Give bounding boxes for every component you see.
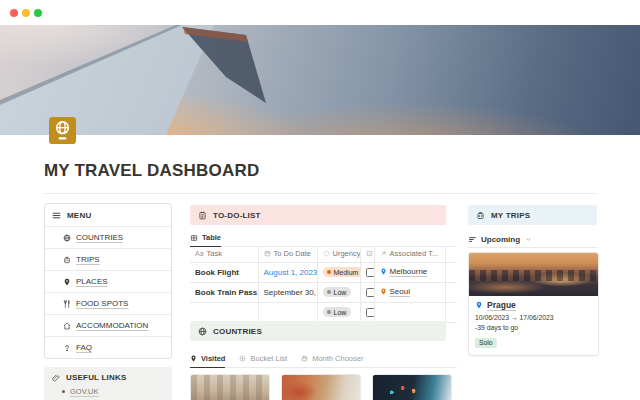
close-window-button[interactable] <box>10 9 18 17</box>
my-trips-panel: MY TRIPS Upcoming Prague 10/06/2023 → 17… <box>468 205 597 400</box>
question-icon <box>63 344 71 352</box>
status-icon <box>323 250 330 257</box>
associated-cell[interactable]: Seoul <box>374 282 445 302</box>
checkbox-unchecked[interactable] <box>366 308 375 317</box>
menu-title: MENU <box>67 211 91 220</box>
my-trips-section-header[interactable]: MY TRIPS <box>468 205 597 225</box>
bullet-dot <box>62 390 65 393</box>
notepad-icon <box>198 211 207 220</box>
sidebar-item-label: ACCOMMODATION <box>76 321 148 330</box>
date-cell[interactable]: August 1, 2023 <box>258 262 317 282</box>
sidebar-item-trips[interactable]: TRIPS <box>45 249 171 271</box>
tab-month-chooser[interactable]: Month Chooser <box>301 354 363 367</box>
countries-title: COUNTRIES <box>213 327 262 336</box>
globe-icon <box>63 234 71 242</box>
trip-tag-solo: Solo <box>475 338 497 348</box>
table-row: Book Flight August 1, 2023 Medium Melbou… <box>190 262 457 282</box>
relation-icon <box>380 250 387 257</box>
badge-dot <box>327 290 331 294</box>
sidebar-item-label: TRIPS <box>76 255 100 264</box>
sidebar-item-label: FOOD SPOTS <box>76 299 128 308</box>
window-titlebar <box>0 0 640 25</box>
column-header-associated[interactable]: Associated T... <box>374 246 445 262</box>
trip-name: Prague <box>487 300 516 310</box>
gallery-card-coastal-town[interactable] <box>281 374 361 400</box>
tab-visited[interactable]: Visited <box>190 354 225 368</box>
trip-countdown: -39 days to go <box>475 324 592 331</box>
column-header-checkbox[interactable] <box>360 246 374 262</box>
chevron-down-icon <box>525 236 532 243</box>
urgency-cell[interactable]: Low <box>317 282 360 302</box>
column-header-to-do-date[interactable]: To Do Date <box>258 246 317 262</box>
target-icon <box>239 355 246 362</box>
map-pin-icon <box>380 288 387 295</box>
urgency-cell[interactable]: Low <box>317 302 360 322</box>
prague-photo <box>469 253 598 296</box>
todo-view-tabs: Table <box>190 230 457 247</box>
my-trips-title: MY TRIPS <box>491 211 530 220</box>
calendar-icon <box>264 250 271 257</box>
todo-list-section-header[interactable]: TO-DO-LIST <box>190 205 446 225</box>
urgency-badge-low: Low <box>323 307 352 317</box>
checkbox-unchecked[interactable] <box>366 268 375 277</box>
date-cell[interactable]: September 30, 202 <box>258 282 317 302</box>
table-icon <box>190 234 198 242</box>
useful-links-title: USEFUL LINKS <box>66 373 126 382</box>
date-cell[interactable] <box>258 302 317 322</box>
task-cell[interactable] <box>190 302 258 322</box>
sidebar-item-faq[interactable]: FAQ <box>45 337 171 358</box>
sidebar-item-countries[interactable]: COUNTRIES <box>45 227 171 249</box>
gallery-card-rooftop-city[interactable] <box>190 374 270 400</box>
house-icon <box>63 322 71 330</box>
useful-link-govuk[interactable]: GOV.UK <box>62 387 164 396</box>
checkbox-cell[interactable] <box>360 262 374 282</box>
page-title[interactable]: MY TRAVEL DASHBOARD <box>44 161 259 181</box>
gallery-card-neon-city[interactable] <box>372 374 452 400</box>
table-row: Book Train Pass September 30, 202 Low Se… <box>190 282 457 302</box>
sort-lines-icon <box>468 235 477 244</box>
paperclip-icon <box>52 374 60 382</box>
column-header-task[interactable]: AaTask <box>190 246 258 262</box>
map-pin-icon <box>63 278 71 286</box>
table-header-row: AaTask To Do Date Urgency Associated T..… <box>190 246 457 262</box>
column-spacer <box>445 246 457 262</box>
globe-icon <box>198 327 207 336</box>
zoom-window-button[interactable] <box>34 9 42 17</box>
upcoming-view-selector[interactable]: Upcoming <box>468 231 597 248</box>
sidebar-item-food-spots[interactable]: FOOD SPOTS <box>45 293 171 315</box>
trip-card-prague[interactable]: Prague 10/06/2023 → 17/06/2023 -39 days … <box>468 252 599 356</box>
badge-dot <box>327 270 331 274</box>
checkbox-cell[interactable] <box>360 302 374 322</box>
calendar-icon <box>301 355 308 362</box>
associated-cell[interactable] <box>374 302 445 322</box>
countries-section-header[interactable]: COUNTRIES <box>190 321 446 341</box>
task-cell[interactable]: Book Train Pass <box>190 282 258 302</box>
task-cell[interactable]: Book Flight <box>190 262 258 282</box>
travel-dashboard-window: MY TRAVEL DASHBOARD MENU COUNTRIES TRIPS… <box>0 0 640 400</box>
sidebar: MENU COUNTRIES TRIPS PLACES FOOD SPOTS A… <box>44 203 172 400</box>
luggage-icon <box>63 256 71 264</box>
upcoming-label: Upcoming <box>481 235 520 244</box>
menu-header: MENU <box>45 204 171 227</box>
tab-label: Table <box>202 233 221 242</box>
passport-icon[interactable] <box>49 117 76 144</box>
associated-cell[interactable]: Melbourne <box>374 262 445 282</box>
badge-dot <box>327 310 331 314</box>
trip-card-body: Prague 10/06/2023 → 17/06/2023 -39 days … <box>469 296 598 355</box>
useful-links-block: USEFUL LINKS GOV.UK <box>44 367 172 400</box>
tab-label: Month Chooser <box>312 354 363 363</box>
todo-list-title: TO-DO-LIST <box>213 211 261 220</box>
urgency-cell[interactable]: Medium <box>317 262 360 282</box>
todo-table: AaTask To Do Date Urgency Associated T..… <box>190 246 457 323</box>
tab-label: Bucket List <box>250 354 287 363</box>
map-pin-icon <box>380 268 387 275</box>
column-header-urgency[interactable]: Urgency <box>317 246 360 262</box>
sidebar-item-accommodation[interactable]: ACCOMMODATION <box>45 315 171 337</box>
checkbox-cell[interactable] <box>360 282 374 302</box>
map-pin-icon <box>475 301 483 309</box>
sidebar-item-places[interactable]: PLACES <box>45 271 171 293</box>
minimize-window-button[interactable] <box>22 9 30 17</box>
checkbox-unchecked[interactable] <box>366 288 375 297</box>
tab-table-view[interactable]: Table <box>190 233 221 247</box>
tab-bucket-list[interactable]: Bucket List <box>239 354 287 367</box>
